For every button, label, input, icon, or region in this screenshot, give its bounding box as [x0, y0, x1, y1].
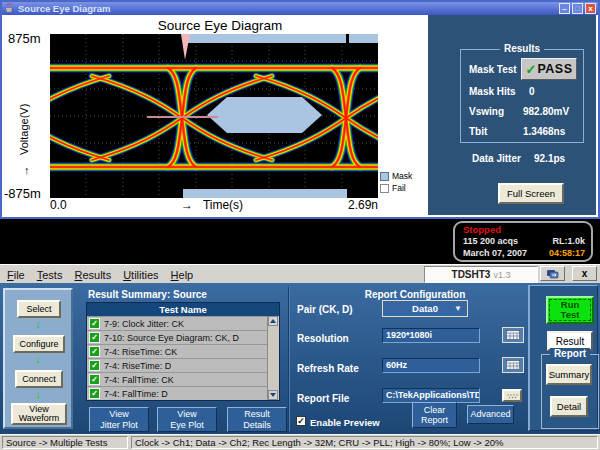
result-details-line2: Details [243, 420, 271, 431]
mask-hits-label: Mask Hits [469, 86, 516, 97]
table-header-test-name: Test Name [87, 303, 279, 316]
acq-state: Stopped [463, 224, 501, 235]
status-source: Source -> Multiple Tests [2, 436, 128, 449]
row-label: 7-4: RiseTime: CK [104, 347, 177, 357]
row-label: 7-4: RiseTime: D [104, 361, 171, 371]
maximize-icon[interactable]: □ [572, 3, 583, 14]
menu-utilities[interactable]: Utilities [118, 267, 165, 283]
enable-preview-checkbox[interactable]: ✓ [296, 416, 306, 426]
table-row[interactable]: ✓ 7-9: Clock Jitter: CK [87, 316, 279, 330]
status-config: Clock -> Ch1; Data -> Ch2; Rec Length ->… [131, 436, 598, 449]
mask-hits-value: 0 [529, 86, 535, 97]
advanced-button[interactable]: Advanced [467, 405, 514, 424]
fail-swatch-icon [380, 184, 389, 193]
results-groupbox-title: Results [500, 43, 544, 54]
legend-fail: Fail [380, 182, 426, 194]
scroll-down-button[interactable] [268, 390, 278, 400]
pass-text: PASS [537, 62, 572, 76]
scroll-up-button[interactable] [268, 316, 278, 326]
menu-file[interactable]: File [2, 267, 32, 283]
keypad-icon [506, 330, 520, 340]
acq-count: 115 200 acqs [463, 236, 518, 246]
clear-report-line2: Report [421, 415, 448, 426]
status-bar: Source -> Multiple Tests Clock -> Ch1; D… [0, 434, 600, 450]
plot-legend: Mask Fail [380, 170, 426, 194]
result-summary-title: Result Summary: Source [88, 289, 207, 300]
acq-time: 04:58:17 [549, 248, 585, 258]
connect-button[interactable]: Connect [15, 370, 63, 388]
menu-items: File Tests Results Utilities Help [2, 265, 200, 284]
menu-help[interactable]: Help [166, 267, 201, 283]
minimize-icon[interactable]: – [559, 3, 570, 14]
data-jitter-label: Data Jitter [472, 153, 521, 164]
clear-report-button[interactable]: Clear Report [412, 402, 457, 428]
scroll-up-icon [270, 319, 276, 323]
report-file-keyboard-button[interactable] [502, 389, 522, 402]
refresh-rate-label: Refresh Rate [297, 363, 359, 374]
resolution-field[interactable]: 1920*1080i [382, 328, 480, 343]
y-axis-max-tick: 875m [8, 31, 41, 46]
row-label: 7-4: FallTime: CK [104, 375, 174, 385]
table-row[interactable]: ✓ 7-4: RiseTime: D [87, 358, 279, 372]
select-button[interactable]: Select [17, 300, 61, 318]
tbit-label: Tbit [469, 126, 487, 137]
menu-bar: File Tests Results Utilities Help TDSHT3… [0, 264, 600, 284]
result-details-button[interactable]: Result Details [227, 407, 287, 432]
main-control-panel: Select ↓ Configure ↓ Connect ↓ View Wave… [0, 283, 600, 434]
app-version: v1.3 [493, 270, 510, 280]
close-icon[interactable]: x [585, 3, 596, 14]
app-close-button[interactable]: x [572, 266, 597, 281]
menu-results[interactable]: Results [69, 267, 118, 283]
report-detail-button[interactable]: Detail [550, 396, 588, 417]
run-test-line2: Test [561, 310, 580, 321]
table-row[interactable]: ✓ 7-10: Source Eye Diagram: CK, D [87, 330, 279, 344]
resolution-keypad-button[interactable] [502, 327, 524, 343]
results-panel: Results Mask Test ✓ PASS Mask Hits 0 Vsw… [428, 15, 596, 215]
checkbox-check-icon: ✓ [297, 416, 305, 426]
x-axis-label: →Time(s) [152, 198, 272, 212]
panel-divider [288, 287, 290, 431]
scope-status-band: Stopped 115 200 acqs RL:1.0k March 07, 2… [0, 219, 600, 264]
row-pass-check-icon: ✓ [89, 346, 100, 357]
window-title: Source Eye Diagram [18, 3, 110, 14]
app-switch-button[interactable] [540, 266, 565, 281]
table-body: ✓ 7-9: Clock Jitter: CK ✓ 7-10: Source E… [87, 316, 279, 400]
keyboard-icon [506, 393, 518, 399]
view-jitter-line2: Jitter Plot [100, 420, 138, 431]
acq-date: March 07, 2007 [463, 248, 527, 258]
x-axis-label-text: Time(s) [203, 198, 243, 212]
app-icon [4, 3, 15, 14]
view-eye-plot-button[interactable]: View Eye Plot [157, 407, 217, 432]
pair-dropdown[interactable]: Data0 ▼ [382, 300, 468, 317]
configure-button[interactable]: Configure [13, 335, 65, 353]
application: Source Eye Diagram – □ x Source Eye Diag… [0, 0, 600, 450]
record-length: RL:1.0k [552, 236, 585, 246]
row-pass-check-icon: ✓ [89, 374, 100, 385]
row-label: 7-4: FallTime: D [104, 389, 168, 399]
pair-label: Pair (CK, D) [297, 304, 353, 315]
vswing-value: 982.80mV [523, 106, 569, 117]
mask-test-status-badge: ✓ PASS [521, 58, 577, 80]
step-arrow-icon: ↓ [5, 354, 71, 365]
view-waveform-button[interactable]: View Waveform [11, 403, 67, 425]
refresh-rate-keypad-button[interactable] [502, 357, 524, 373]
table-row[interactable]: ✓ 7-4: RiseTime: CK [87, 344, 279, 358]
results-groupbox: Results Mask Test ✓ PASS Mask Hits 0 Vsw… [460, 49, 584, 143]
run-test-button[interactable]: Run Test [546, 296, 594, 324]
refresh-rate-field[interactable]: 60Hz [382, 358, 480, 373]
report-file-field[interactable]: C:\TekApplications\TDSHT [382, 388, 480, 403]
mask-test-label: Mask Test [469, 64, 517, 75]
vswing-label: Vswing [469, 106, 504, 117]
scroll-down-icon [270, 393, 276, 397]
table-row[interactable]: ✓ 7-4: FallTime: D [87, 386, 279, 400]
menu-tests[interactable]: Tests [32, 267, 70, 283]
table-row[interactable]: ✓ 7-4: FallTime: CK [87, 372, 279, 386]
report-file-label: Report File [297, 393, 349, 404]
view-jitter-plot-button[interactable]: View Jitter Plot [89, 407, 149, 432]
table-scrollbar[interactable] [267, 316, 279, 400]
full-screen-button[interactable]: Full Screen [498, 183, 564, 204]
step-arrow-icon: ↓ [5, 389, 71, 400]
window-titlebar[interactable]: Source Eye Diagram – □ x [2, 2, 598, 15]
report-summary-button[interactable]: Summary [546, 364, 592, 385]
result-details-line1: Result [244, 409, 270, 420]
